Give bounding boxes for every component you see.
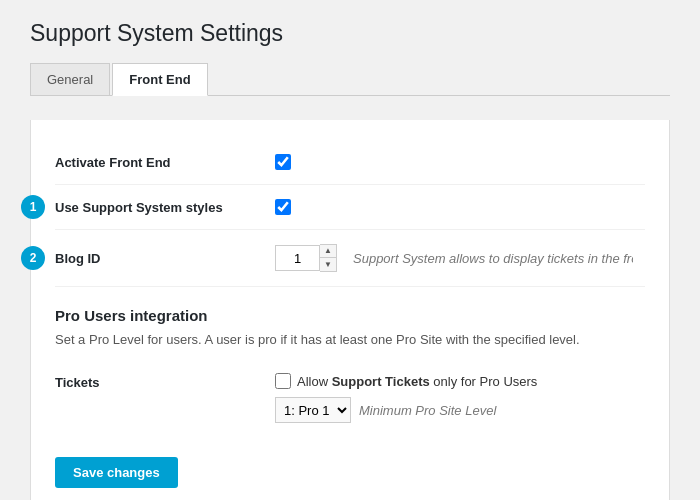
use-support-styles-checkbox[interactable] bbox=[275, 199, 291, 215]
blog-id-control: ▲ ▼ Support System allows to display tic… bbox=[275, 244, 633, 272]
blog-id-spinner: ▲ ▼ bbox=[275, 244, 337, 272]
activate-front-end-label: Activate Front End bbox=[55, 155, 275, 170]
tickets-pro-only-checkbox[interactable] bbox=[275, 373, 291, 389]
spinner-down-button[interactable]: ▼ bbox=[320, 258, 336, 271]
settings-panel: Activate Front End 1 Use Support System … bbox=[30, 120, 670, 500]
tickets-checkbox-row: Allow Support Tickets only for Pro Users bbox=[275, 373, 537, 389]
badge-1: 1 bbox=[21, 195, 45, 219]
spinner-buttons: ▲ ▼ bbox=[320, 244, 337, 272]
pro-level-select[interactable]: 1: Pro 1 bbox=[275, 397, 351, 423]
tickets-controls: Allow Support Tickets only for Pro Users… bbox=[275, 373, 537, 423]
blog-id-hint: Support System allows to display tickets… bbox=[353, 251, 633, 266]
blog-id-label: Blog ID bbox=[55, 251, 275, 266]
pro-level-hint: Minimum Pro Site Level bbox=[359, 403, 496, 418]
blog-id-row: 2 Blog ID ▲ ▼ Support System allows to d… bbox=[55, 230, 645, 287]
tickets-row: Tickets Allow Support Tickets only for P… bbox=[55, 363, 645, 433]
pro-users-description: Set a Pro Level for users. A user is pro… bbox=[55, 332, 645, 347]
tickets-select-row: 1: Pro 1 Minimum Pro Site Level bbox=[275, 397, 537, 423]
tab-bar: General Front End bbox=[30, 63, 670, 96]
tickets-allow-text: Allow Support Tickets only for Pro Users bbox=[297, 374, 537, 389]
save-button[interactable]: Save changes bbox=[55, 457, 178, 488]
page-title: Support System Settings bbox=[30, 20, 670, 47]
use-support-styles-control bbox=[275, 199, 291, 215]
tickets-label: Tickets bbox=[55, 373, 275, 390]
tab-front-end[interactable]: Front End bbox=[112, 63, 207, 96]
use-support-styles-label: Use Support System styles bbox=[55, 200, 275, 215]
pro-users-heading: Pro Users integration bbox=[55, 307, 645, 324]
activate-front-end-checkbox[interactable] bbox=[275, 154, 291, 170]
spinner-up-button[interactable]: ▲ bbox=[320, 245, 336, 258]
badge-2: 2 bbox=[21, 246, 45, 270]
use-support-styles-row: 1 Use Support System styles bbox=[55, 185, 645, 230]
activate-front-end-row: Activate Front End bbox=[55, 140, 645, 185]
activate-front-end-control bbox=[275, 154, 291, 170]
tab-general[interactable]: General bbox=[30, 63, 110, 95]
pro-users-section: Pro Users integration Set a Pro Level fo… bbox=[55, 307, 645, 433]
blog-id-input[interactable] bbox=[275, 245, 320, 271]
